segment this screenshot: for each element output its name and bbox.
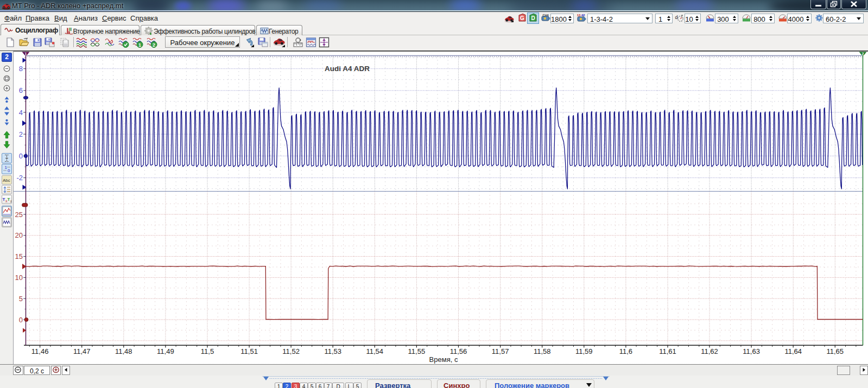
svg-text:11,63: 11,63: [743, 347, 760, 355]
svg-text:T: T: [8, 197, 10, 202]
svg-text:13: 13: [577, 14, 581, 17]
svg-text:11,56: 11,56: [450, 347, 467, 355]
svg-text:II: II: [69, 27, 72, 32]
svg-text:42: 42: [581, 14, 585, 17]
svg-text:10: 10: [15, 273, 23, 282]
svg-text:2: 2: [153, 42, 155, 48]
svg-text:2: 2: [19, 130, 23, 138]
svg-text:11,55: 11,55: [408, 347, 426, 355]
svg-text:z: z: [10, 199, 11, 203]
svg-text:8: 8: [19, 65, 23, 73]
svg-text:11,58: 11,58: [534, 347, 551, 355]
svg-text:4: 4: [19, 109, 23, 117]
svg-text:0: 0: [8, 168, 10, 173]
svg-text:Audi A4 ADR: Audi A4 ADR: [325, 65, 370, 73]
svg-text:Время, с: Время, с: [429, 355, 458, 364]
svg-text:5: 5: [19, 295, 23, 303]
svg-text:6: 6: [19, 86, 23, 94]
svg-text:0: 0: [19, 152, 23, 160]
svg-text:11,64: 11,64: [784, 347, 802, 355]
svg-text:1: 1: [138, 42, 141, 48]
svg-text:11,5: 11,5: [201, 347, 214, 355]
svg-text:1: 1: [25, 52, 27, 56]
svg-text:11,47: 11,47: [73, 347, 91, 355]
svg-text:11,52: 11,52: [282, 347, 300, 355]
svg-text:11,6: 11,6: [619, 347, 632, 355]
svg-text:11,61: 11,61: [659, 347, 676, 355]
svg-text:Abc: Abc: [3, 178, 10, 183]
svg-text:25: 25: [15, 211, 23, 219]
svg-text:d: d: [675, 15, 677, 20]
svg-text:11,46: 11,46: [31, 347, 49, 355]
svg-text:0: 0: [19, 316, 23, 324]
svg-text:11,49: 11,49: [157, 347, 174, 355]
svg-text:11,54: 11,54: [366, 347, 384, 355]
svg-text:T: T: [3, 197, 5, 202]
svg-text:11,59: 11,59: [575, 347, 593, 355]
svg-text:-2: -2: [16, 174, 23, 182]
svg-text:15: 15: [15, 252, 23, 260]
svg-text:11,53: 11,53: [324, 347, 341, 355]
svg-text:20: 20: [15, 231, 23, 239]
svg-text:11,65: 11,65: [827, 347, 844, 355]
svg-text:11,51: 11,51: [240, 347, 258, 355]
svg-text:11,57: 11,57: [492, 347, 509, 355]
svg-text:2: 2: [862, 52, 864, 56]
svg-text:11,48: 11,48: [115, 347, 132, 355]
svg-text:1: 1: [5, 165, 8, 170]
svg-text:D: D: [531, 15, 535, 21]
svg-text:11,62: 11,62: [701, 347, 718, 355]
svg-text:G: G: [520, 15, 524, 21]
